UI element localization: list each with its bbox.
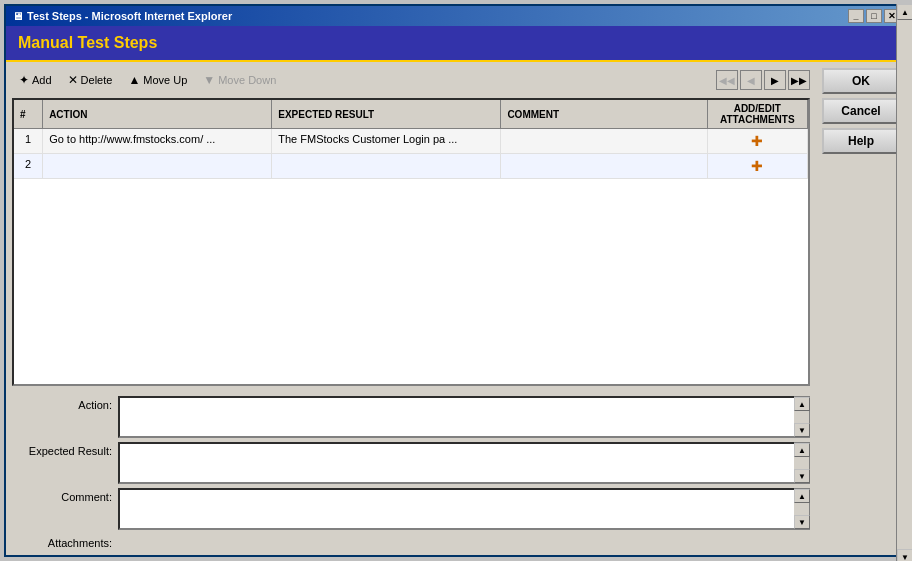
nav-prev-button[interactable]: ◀: [740, 70, 762, 90]
move-down-button[interactable]: ▼ Move Down: [196, 70, 283, 90]
expected-result-input[interactable]: [118, 442, 794, 484]
navigation-controls: ◀◀ ◀ ▶ ▶▶: [716, 70, 810, 90]
row-comment: [501, 129, 707, 154]
table-row[interactable]: 1 Go to http://www.fmstocks.com/ ... The…: [14, 129, 808, 154]
attachment-icon[interactable]: ✚: [751, 133, 763, 149]
add-button[interactable]: ✦ Add: [12, 70, 59, 90]
row-attachment[interactable]: ✚: [707, 154, 807, 179]
nav-first-button[interactable]: ◀◀: [716, 70, 738, 90]
toolbar: ✦ Add ✕ Delete ▲ Move Up ▼ Move Down: [12, 68, 810, 92]
action-row: Action: ▲ ▼: [12, 396, 810, 438]
window-scroll-up[interactable]: ▲: [897, 4, 912, 20]
delete-icon: ✕: [68, 73, 78, 87]
form-area: Action: ▲ ▼ Expected Result:: [12, 392, 810, 549]
right-panel: OK Cancel Help: [816, 62, 906, 555]
move-up-icon: ▲: [128, 73, 140, 87]
action-scrollbar: ▲ ▼: [794, 396, 810, 438]
row-num: 2: [14, 154, 43, 179]
expected-scroll-down[interactable]: ▼: [794, 469, 810, 483]
row-expected-result: [272, 154, 501, 179]
maximize-button[interactable]: □: [866, 9, 882, 23]
delete-label: Delete: [81, 74, 113, 86]
comment-scroll-down[interactable]: ▼: [794, 515, 810, 529]
left-panel: ✦ Add ✕ Delete ▲ Move Up ▼ Move Down: [6, 62, 816, 555]
expected-scroll-up[interactable]: ▲: [794, 443, 810, 457]
action-scroll-down[interactable]: ▼: [794, 423, 810, 437]
comment-scroll-up[interactable]: ▲: [794, 489, 810, 503]
action-input[interactable]: [118, 396, 794, 438]
action-label: Action:: [12, 396, 112, 411]
move-down-label: Move Down: [218, 74, 276, 86]
table-body: 1 Go to http://www.fmstocks.com/ ... The…: [14, 129, 808, 179]
window-title: Test Steps - Microsoft Internet Explorer: [27, 10, 232, 22]
window-icon: 🖥: [12, 10, 23, 22]
action-field-wrapper: ▲ ▼: [118, 396, 810, 438]
col-num: #: [14, 100, 43, 129]
col-action: ACTION: [43, 100, 272, 129]
nav-last-button[interactable]: ▶▶: [788, 70, 810, 90]
row-num: 1: [14, 129, 43, 154]
expected-result-scrollbar: ▲ ▼: [794, 442, 810, 484]
attachment-icon[interactable]: ✚: [751, 158, 763, 174]
row-expected-result: The FMStocks Customer Login pa ...: [272, 129, 501, 154]
title-bar-controls: _ □ ✕: [848, 9, 900, 23]
comment-input[interactable]: [118, 488, 794, 530]
table-header-row: # ACTION EXPECTED RESULT COMMENT ADD/EDI…: [14, 100, 808, 129]
minimize-button[interactable]: _: [848, 9, 864, 23]
steps-table: # ACTION EXPECTED RESULT COMMENT ADD/EDI…: [14, 100, 808, 179]
comment-row: Comment: ▲ ▼: [12, 488, 810, 530]
action-scroll-up[interactable]: ▲: [794, 397, 810, 411]
add-icon: ✦: [19, 73, 29, 87]
comment-scrollbar: ▲ ▼: [794, 488, 810, 530]
col-expected: EXPECTED RESULT: [272, 100, 501, 129]
page-title: Manual Test Steps: [6, 26, 906, 62]
cancel-button[interactable]: Cancel: [822, 98, 900, 124]
title-bar: 🖥 Test Steps - Microsoft Internet Explor…: [6, 6, 906, 26]
window-scrollbar: ▲ ▼: [896, 4, 912, 561]
attachments-row: Attachments:: [12, 534, 810, 549]
help-button[interactable]: Help: [822, 128, 900, 154]
ok-button[interactable]: OK: [822, 68, 900, 94]
col-comment: COMMENT: [501, 100, 707, 129]
move-up-label: Move Up: [143, 74, 187, 86]
main-content: ✦ Add ✕ Delete ▲ Move Up ▼ Move Down: [6, 62, 906, 555]
row-attachment[interactable]: ✚: [707, 129, 807, 154]
comment-field-wrapper: ▲ ▼: [118, 488, 810, 530]
table-row[interactable]: 2 ✚: [14, 154, 808, 179]
col-attachments: ADD/EDITATTACHMENTS: [707, 100, 807, 129]
row-action: [43, 154, 272, 179]
expected-result-row: Expected Result: ▲ ▼: [12, 442, 810, 484]
row-action: Go to http://www.fmstocks.com/ ...: [43, 129, 272, 154]
expected-result-label: Expected Result:: [12, 442, 112, 457]
row-comment: [501, 154, 707, 179]
expected-result-field-wrapper: ▲ ▼: [118, 442, 810, 484]
steps-table-container: # ACTION EXPECTED RESULT COMMENT ADD/EDI…: [12, 98, 810, 386]
main-window: 🖥 Test Steps - Microsoft Internet Explor…: [4, 4, 908, 557]
window-scroll-down[interactable]: ▼: [897, 549, 912, 561]
move-down-icon: ▼: [203, 73, 215, 87]
attachments-label: Attachments:: [12, 534, 112, 549]
move-up-button[interactable]: ▲ Move Up: [121, 70, 194, 90]
delete-button[interactable]: ✕ Delete: [61, 70, 120, 90]
comment-label: Comment:: [12, 488, 112, 503]
nav-next-button[interactable]: ▶: [764, 70, 786, 90]
add-label: Add: [32, 74, 52, 86]
